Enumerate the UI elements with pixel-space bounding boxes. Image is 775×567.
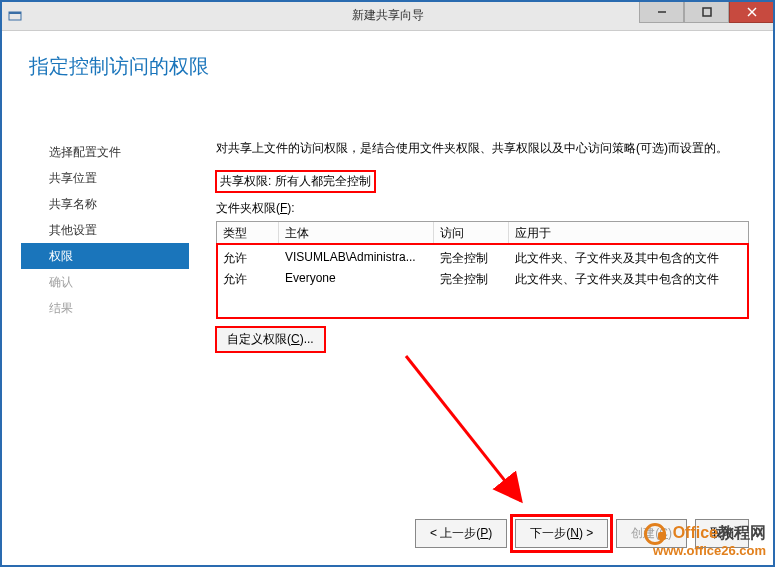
cell-principal: VISUMLAB\Administra... bbox=[279, 249, 434, 268]
wizard-window: 新建共享向导 指定控制访问的权限 选择配置文件 共享位置 共享名称 其他设置 权… bbox=[0, 0, 775, 567]
permissions-table: 类型 主体 访问 应用于 允许 VISUMLAB\Administra... 完… bbox=[216, 221, 749, 319]
next-button[interactable]: 下一步(N) > bbox=[515, 519, 608, 548]
table-body: 允许 VISUMLAB\Administra... 完全控制 此文件夹、子文件夹… bbox=[217, 244, 748, 318]
col-type[interactable]: 类型 bbox=[217, 222, 279, 243]
step-confirm: 确认 bbox=[29, 269, 189, 295]
table-header: 类型 主体 访问 应用于 bbox=[217, 222, 748, 244]
customize-permissions-button[interactable]: 自定义权限(C)... bbox=[216, 327, 325, 352]
step-results: 结果 bbox=[29, 295, 189, 321]
folder-permissions-label: 文件夹权限(F): bbox=[216, 200, 749, 217]
create-button: 创建(C) bbox=[616, 519, 687, 548]
cell-principal: Everyone bbox=[279, 270, 434, 289]
cell-type: 允许 bbox=[217, 249, 279, 268]
cell-type: 允许 bbox=[217, 270, 279, 289]
table-row[interactable]: 允许 Everyone 完全控制 此文件夹、子文件夹及其中包含的文件 bbox=[217, 269, 748, 290]
cell-access: 完全控制 bbox=[434, 249, 509, 268]
minimize-button[interactable] bbox=[639, 1, 684, 23]
col-access[interactable]: 访问 bbox=[434, 222, 509, 243]
app-icon bbox=[7, 8, 23, 24]
window-controls bbox=[639, 1, 774, 23]
table-row[interactable]: 允许 VISUMLAB\Administra... 完全控制 此文件夹、子文件夹… bbox=[217, 248, 748, 269]
svg-rect-3 bbox=[703, 8, 711, 16]
col-principal[interactable]: 主体 bbox=[279, 222, 434, 243]
cell-access: 完全控制 bbox=[434, 270, 509, 289]
share-permissions-line: 共享权限: 所有人都完全控制 bbox=[216, 171, 375, 192]
col-applies[interactable]: 应用于 bbox=[509, 222, 748, 243]
main-panel: 对共享上文件的访问权限，是结合使用文件夹权限、共享权限以及中心访问策略(可选)而… bbox=[216, 139, 749, 352]
page-heading: 指定控制访问的权限 bbox=[1, 31, 774, 80]
annotation-arrow bbox=[391, 341, 591, 541]
cell-applies: 此文件夹、子文件夹及其中包含的文件 bbox=[509, 270, 748, 289]
wizard-footer: < 上一步(P) 下一步(N) > 创建(C) 取消 bbox=[415, 519, 749, 548]
step-select-profile[interactable]: 选择配置文件 bbox=[29, 139, 189, 165]
close-button[interactable] bbox=[729, 1, 774, 23]
previous-button[interactable]: < 上一步(P) bbox=[415, 519, 507, 548]
svg-line-6 bbox=[406, 356, 521, 501]
svg-rect-1 bbox=[9, 12, 21, 14]
wizard-body: 指定控制访问的权限 选择配置文件 共享位置 共享名称 其他设置 权限 确认 结果… bbox=[1, 31, 774, 566]
step-share-name[interactable]: 共享名称 bbox=[29, 191, 189, 217]
titlebar: 新建共享向导 bbox=[1, 1, 774, 31]
description-text: 对共享上文件的访问权限，是结合使用文件夹权限、共享权限以及中心访问策略(可选)而… bbox=[216, 139, 749, 157]
step-permissions[interactable]: 权限 bbox=[21, 243, 189, 269]
wizard-steps: 选择配置文件 共享位置 共享名称 其他设置 权限 确认 结果 bbox=[29, 139, 189, 321]
step-other-settings[interactable]: 其他设置 bbox=[29, 217, 189, 243]
share-permissions-value: 所有人都完全控制 bbox=[275, 174, 371, 188]
maximize-button[interactable] bbox=[684, 1, 729, 23]
share-permissions-label: 共享权限: bbox=[220, 174, 271, 188]
cell-applies: 此文件夹、子文件夹及其中包含的文件 bbox=[509, 249, 748, 268]
cancel-button[interactable]: 取消 bbox=[695, 519, 749, 548]
step-share-location[interactable]: 共享位置 bbox=[29, 165, 189, 191]
